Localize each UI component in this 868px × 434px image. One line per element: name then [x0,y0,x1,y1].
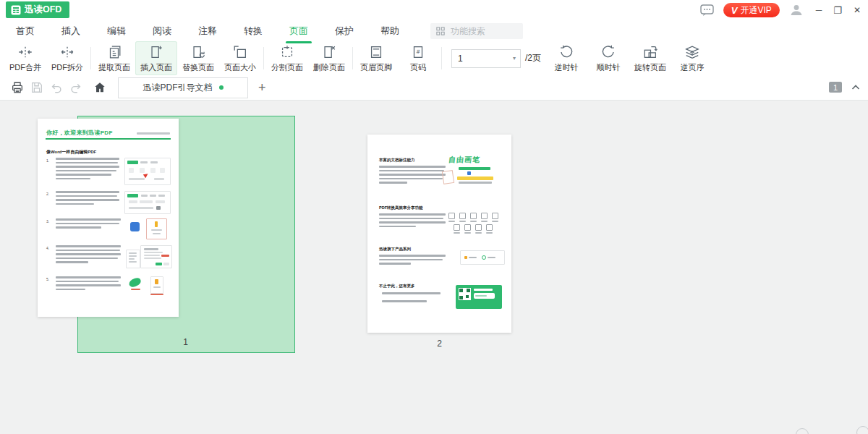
page1-list-item: 2. [46,191,171,214]
page-2-number: 2 [367,339,511,349]
page1-item3-screenshot [126,218,171,240]
text-lines [56,276,121,298]
document-tab[interactable]: 迅读PDF引导文档 [118,77,248,98]
list-number: 5. [46,276,51,298]
list-number: 2. [46,191,51,214]
replace-page-icon [190,44,206,60]
open-vip-button[interactable]: V 开通VIP [723,3,780,17]
rotate-page-label: 旋转页面 [634,62,666,73]
page-1-preview[interactable]: 你好，欢迎来到迅读PDF 像Word一样自由编辑PDF 1. [38,119,179,317]
delete-page-icon [321,44,337,60]
page-dropdown-caret-icon[interactable]: ▾ [513,55,516,61]
collapse-toolbar-chevron-icon[interactable] [851,82,861,93]
toolbar-separator [441,47,442,69]
feedback-bubble-icon[interactable] [700,4,714,17]
feature-search-box[interactable] [430,23,523,39]
art-text: 自由画笔 [448,155,503,165]
maximize-button[interactable]: ❐ [833,6,842,15]
page1-title-rule [46,138,171,140]
close-button[interactable]: ✕ [854,6,861,14]
extract-page-label: 提取页面 [98,62,130,73]
qr-code [459,288,471,300]
menu-page-active[interactable]: 页面 [288,20,310,42]
reverse-order-button[interactable]: 逆页序 [671,41,713,75]
list-number: 3. [46,218,51,240]
minimize-button[interactable]: ─ [816,6,822,14]
svg-text:#: # [416,48,420,55]
home-button[interactable] [90,81,109,94]
rotate-page-icon [642,44,658,60]
page-2-preview[interactable]: 丰富的文档标注能力 自由画笔 PDF转换高效率分享功能 [367,135,511,333]
menu-convert[interactable]: 转换 [242,20,264,42]
page-number-button[interactable]: # 页码 [397,41,439,75]
replace-page-button[interactable]: 替换页面 [177,41,219,75]
menu-read[interactable]: 阅读 [151,20,173,42]
menu-bar: 首页 插入 编辑 阅读 注释 转换 页面 保护 帮助 [0,20,868,41]
split-page-button[interactable]: 分割页面 [266,41,308,75]
undo-button[interactable] [46,81,66,94]
title-bar: 迅读OFD V 开通VIP ─ ❐ ✕ [0,0,868,20]
red-arrow-annotation [143,172,149,178]
app-logo-icon [11,5,21,15]
document-tab-title: 迅读PDF引导文档 [143,82,213,94]
insert-page-icon [148,44,164,60]
pdf-split-button[interactable]: PDF拆分 [46,41,88,75]
menu-help[interactable]: 帮助 [379,20,401,42]
page1-list-item: 1. [46,158,171,185]
reverse-order-icon [684,44,700,60]
menu-home[interactable]: 首页 [14,20,36,42]
page-1-number: 1 [77,337,294,347]
zoom-control-partial-icon[interactable] [856,426,868,434]
extract-page-icon [106,44,122,60]
feature-grid-icon [436,27,445,35]
page2-feature-icons-row2 [454,224,493,234]
pdf-merge-button[interactable]: PDF合并 [4,41,46,75]
page2-feature-icons-row1 [448,213,498,222]
page1-item2-screenshot [124,191,171,214]
header-footer-label: 页眉页脚 [360,62,392,73]
insert-page-button[interactable]: 插入页面 [135,41,177,75]
page2-heading-3: 迅读旗下产品系列 [379,247,411,252]
menu-edit[interactable]: 编辑 [106,20,127,42]
split-page-label: 分割页面 [271,62,303,73]
text-lines [379,166,446,186]
print-button[interactable] [7,81,27,94]
page1-item5-screenshot [126,276,171,298]
vip-v-icon: V [731,5,738,16]
redo-button[interactable] [66,81,85,94]
reverse-order-label: 逆页序 [681,62,705,73]
page-number-icon: # [410,44,426,60]
text-lines [56,158,119,185]
page2-heading-1: 丰富的文档标注能力 [379,158,415,163]
pdf-split-label: PDF拆分 [51,62,83,73]
text-lines [56,191,119,214]
header-footer-button[interactable]: 页眉页脚 [355,41,397,75]
rotate-cw-button[interactable]: 顺时针 [587,41,629,75]
feature-search-input[interactable] [449,25,510,37]
page-size-button[interactable]: 页面大小 [219,41,261,75]
menu-annotate[interactable]: 注释 [197,20,218,42]
page-navigation-group: ▾ /2页 [451,41,541,75]
unsaved-indicator-dot [219,85,224,90]
menu-protect[interactable]: 保护 [333,20,355,42]
text-lines [379,213,446,229]
extract-page-button[interactable]: 提取页面 [93,41,135,75]
save-button[interactable] [27,81,46,94]
text-lines [379,255,446,267]
page-size-icon [232,44,248,60]
redo-icon [69,81,82,94]
header-footer-icon [368,44,384,60]
current-page-input[interactable]: ▾ [451,49,521,68]
page2-heading-4: 不止于此，还有更多 [379,284,415,289]
rotate-cw-icon [600,44,616,60]
menu-insert[interactable]: 插入 [60,20,82,42]
rotate-ccw-button[interactable]: 逆时针 [545,41,587,75]
toolbar-separator [352,47,353,69]
delete-page-button[interactable]: 删除页面 [308,41,350,75]
user-avatar-icon[interactable] [789,3,804,17]
new-tab-button[interactable]: + [258,81,266,94]
zoom-control-partial-icon[interactable] [796,428,809,434]
page-number-field[interactable] [456,53,500,64]
rotate-page-button[interactable]: 旋转页面 [629,41,671,75]
text-lines [56,218,121,240]
